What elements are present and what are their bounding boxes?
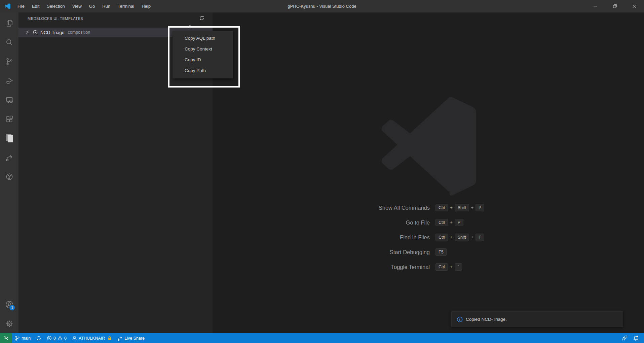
export-icon[interactable] [188,25,192,29]
accounts-icon[interactable]: 1 [0,295,18,314]
shortcut-label: Go to File [213,219,430,226]
account-name: ATHULKNAIR [79,336,105,341]
notification-message: Copied NCD-Triage. [466,317,507,322]
plus-separator: + [450,265,452,269]
branch-name: main [22,336,31,341]
watermark-shortcuts: Show All Commands Ctrl + Shift + P Go to… [213,200,644,274]
problems-indicator[interactable]: 0 0 [44,333,69,343]
plus-separator: + [450,220,452,225]
key-p: P [455,219,463,226]
run-debug-icon[interactable] [0,71,18,90]
shortcut-row: Go to File Ctrl + P [213,215,644,230]
status-bar-right [619,333,644,343]
sidebar-header: MEDBLOCKS UI: TEMPLATES [18,12,213,24]
key-ctrl: Ctrl [435,234,448,241]
tree-item-description: composition [68,30,90,35]
lock-icon [107,336,112,341]
plus-separator: + [450,205,452,210]
status-bar: main 0 0 ATHULKNAIR Live Share [0,333,644,343]
window-title: gPHC-Kyushu - Visual Studio Code [288,4,356,9]
key-p: P [476,204,484,211]
refresh-icon[interactable] [199,15,204,21]
medblocks-ui-icon[interactable] [0,129,18,148]
plus-separator: + [471,235,473,240]
info-icon [457,316,463,322]
live-share-icon [117,336,123,341]
settings-gear-icon[interactable] [0,314,18,333]
key-ctrl: Ctrl [435,219,448,226]
context-menu-item-copy-aql-path[interactable]: Copy AQL path [173,33,233,43]
tree-item-label: NCD-Triage [40,30,65,35]
chevron-right-icon[interactable] [25,30,30,35]
accounts-badge: 1 [9,304,15,311]
key-ctrl: Ctrl [435,263,448,271]
context-menu-item-copy-id[interactable]: Copy ID [173,54,233,65]
branch-indicator[interactable]: main [12,333,33,343]
menu-terminal[interactable]: Terminal [114,0,138,12]
live-share-icon[interactable] [0,148,18,167]
shortcut-row: Find in Files Ctrl + Shift + F [213,230,644,245]
remote-indicator[interactable] [0,333,12,343]
sidebar-title: MEDBLOCKS UI: TEMPLATES [28,16,83,21]
person-icon [72,336,77,341]
key-ctrl: Ctrl [435,204,448,211]
context-menu-item-copy-path[interactable]: Copy Path [173,65,233,76]
extensions-icon[interactable] [0,109,18,129]
menu-help[interactable]: Help [138,0,154,12]
menu-file[interactable]: File [14,0,28,12]
warning-icon [58,336,63,341]
warning-count: 0 [64,336,67,341]
key-shift: Shift [455,234,469,241]
title-bar: File Edit Selection View Go Run Terminal… [0,0,644,12]
menu-view[interactable]: View [69,0,85,12]
vscode-window: File Edit Selection View Go Run Terminal… [0,0,644,343]
context-menu: Copy AQL path Copy Context Copy ID Copy … [173,31,233,78]
shortcut-label: Show All Commands [213,205,430,211]
menu-go[interactable]: Go [85,0,99,12]
sync-button[interactable] [33,333,44,343]
key-f5: F5 [435,248,447,256]
source-control-icon[interactable] [0,52,18,71]
error-count: 0 [53,336,56,341]
template-circle-icon [33,30,38,35]
search-icon[interactable] [0,33,18,52]
remote-explorer-icon[interactable] [0,90,18,109]
notification-toast[interactable]: Copied NCD-Triage. [451,311,623,327]
menu-selection[interactable]: Selection [43,0,68,12]
plus-separator: + [471,205,473,210]
shortcut-label: Find in Files [213,234,430,241]
editor-area: Show All Commands Ctrl + Shift + P Go to… [213,12,644,333]
shortcut-row: Start Debugging F5 [213,245,644,260]
window-controls [585,0,644,12]
feedback-icon[interactable] [619,333,630,343]
vscode-watermark-logo [376,97,479,196]
key-backtick: ` [455,263,462,271]
plus-separator: + [450,235,452,240]
menu-run[interactable]: Run [99,0,114,12]
notifications-bell-icon[interactable] [630,333,641,343]
explorer-icon[interactable] [0,13,18,33]
restore-button[interactable] [605,0,624,12]
key-shift: Shift [455,204,469,211]
key-f: F [476,234,484,241]
context-menu-item-copy-context[interactable]: Copy Context [173,43,233,54]
activity-bar: 1 [0,12,18,333]
live-share-label: Live Share [124,336,145,341]
menu-edit[interactable]: Edit [28,0,43,12]
shortcut-label: Toggle Terminal [213,264,430,270]
shortcut-row: Toggle Terminal Ctrl + ` [213,260,644,274]
account-indicator[interactable]: ATHULKNAIR [69,333,115,343]
minimize-button[interactable] [585,0,605,12]
vscode-logo-icon [5,3,10,9]
circle-branch-icon[interactable] [0,167,18,186]
menu-bar: File Edit Selection View Go Run Terminal… [14,0,154,12]
close-button[interactable] [624,0,644,12]
shortcut-row: Show All Commands Ctrl + Shift + P [213,200,644,215]
live-share-button[interactable]: Live Share [115,333,147,343]
shortcut-label: Start Debugging [213,249,430,255]
